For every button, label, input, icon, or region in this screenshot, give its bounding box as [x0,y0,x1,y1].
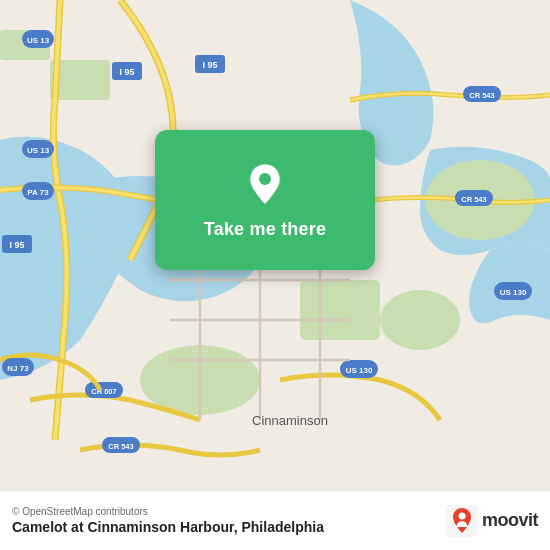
svg-text:CR 543: CR 543 [108,442,133,451]
svg-text:I 95: I 95 [9,240,24,250]
svg-text:US 13: US 13 [27,146,50,155]
svg-rect-3 [300,280,380,340]
svg-point-42 [259,173,271,185]
map-container: I 95 US 13 US 13 PA 73 I 95 I 95 CR 543 … [0,0,550,490]
bottom-bar: © OpenStreetMap contributors Camelot at … [0,490,550,550]
moovit-logo: moovit [446,505,538,537]
svg-text:CR 607: CR 607 [91,387,116,396]
svg-text:NJ 73: NJ 73 [7,364,29,373]
svg-point-2 [380,290,460,350]
svg-text:PA 73: PA 73 [27,188,49,197]
svg-text:I 95: I 95 [119,67,134,77]
svg-text:US 130: US 130 [346,366,373,375]
place-name: Camelot at Cinnaminson Harbour, Philadel… [12,519,324,535]
svg-text:Cinnaminson: Cinnaminson [252,413,328,428]
moovit-brand-icon [446,505,478,537]
svg-text:CR 543: CR 543 [461,195,486,204]
osm-attribution: © OpenStreetMap contributors [12,506,324,517]
action-card[interactable]: Take me there [155,130,375,270]
svg-text:CR 543: CR 543 [469,91,494,100]
location-pin-icon [241,161,289,209]
svg-text:I 95: I 95 [202,60,217,70]
moovit-brand-text: moovit [482,510,538,531]
svg-text:US 13: US 13 [27,36,50,45]
take-me-there-button[interactable]: Take me there [204,219,326,240]
svg-point-44 [458,512,465,519]
bottom-bar-info: © OpenStreetMap contributors Camelot at … [12,506,324,535]
svg-text:US 130: US 130 [500,288,527,297]
